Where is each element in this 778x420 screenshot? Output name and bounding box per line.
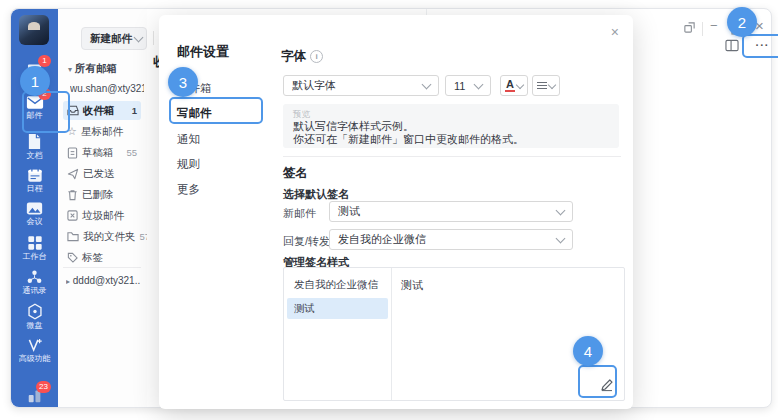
chevron-down-icon [556,205,566,215]
star-icon: ☆ [67,126,77,137]
reply-forward-signature-select[interactable]: 发自我的企业微信 [329,229,573,250]
folder-label: 标签 [82,251,103,265]
sparkle-icon [26,337,43,353]
rail-item-label: 邮件 [11,111,58,121]
new-mail-signature-select[interactable]: 测试 [329,201,573,222]
settings-nav-notifications[interactable]: 通知 [177,132,200,147]
rail-item-docs[interactable]: 文档 [11,133,58,161]
folder-label: 收件箱 [83,104,115,118]
modal-title: 邮件设置 [177,43,229,61]
inbox-icon [67,105,79,116]
list-format-button[interactable] [532,75,560,96]
rail-item-workbench[interactable]: 工作台 [11,235,58,262]
rail-item-contacts[interactable]: 通讯录 [11,269,58,296]
folder-row-deleted[interactable]: 已删除 [63,185,141,204]
chevron-down-icon [516,80,524,88]
annotation-step-2: 2 [727,7,757,37]
rail-item-meeting[interactable]: 会议 [11,201,58,227]
account-row-2[interactable]: ▸ dddd@xty321.... [66,275,140,286]
popout-icon[interactable] [683,20,696,38]
rail-item-stats[interactable]: 23 [11,387,58,404]
rail-item-label: 微盘 [11,321,58,331]
folder-count: 1 [132,105,137,116]
folder-row-drafts[interactable]: 草稿箱 55 [63,143,141,162]
signature-preview-text: 测试 [401,278,423,293]
chevron-down-icon [556,233,566,243]
account-row-1[interactable]: wu.shan@xty321.... [70,83,144,94]
rail-item-advanced[interactable]: 高级功能 [11,337,58,364]
rail-item-label: 会议 [11,217,58,227]
settings-nav-more[interactable]: 更多 [177,182,200,197]
folder-icon [67,231,79,242]
reading-pane-icon[interactable] [725,38,739,56]
draft-icon [67,147,78,159]
rail-item-calendar[interactable]: 日程 [11,167,58,194]
font-family-select[interactable]: 默认字体 [283,75,439,96]
folder-row-inbox[interactable]: 收件箱 1 [63,101,141,120]
drive-icon [27,303,43,320]
signature-list: 发自我的企业微信 测试 [284,268,392,400]
modal-close-icon[interactable]: × [611,25,619,39]
more-options-button[interactable]: ··· [744,37,778,52]
settings-nav-rules[interactable]: 规则 [177,157,200,172]
rail-item-label: 日程 [11,184,58,194]
minimize-button[interactable]: − [710,19,718,33]
folder-row-myfolders[interactable]: 我的文件夹 572 [63,227,141,246]
rail-item-label: 高级功能 [11,354,58,364]
chevron-down-icon [134,32,144,42]
font-color-button[interactable]: A [500,75,528,96]
junk-icon [67,210,78,221]
signature-manager-box: 发自我的企业微信 测试 测试 [283,267,625,401]
meeting-icon [26,201,43,216]
rail-item-label: 文档 [11,151,58,161]
folder-row-starred[interactable]: ☆ 星标邮件 [63,122,141,141]
folder-label: 已发送 [83,167,115,181]
folder-label: 垃圾邮件 [82,209,124,223]
stats-badge: 23 [36,381,51,393]
divider [63,267,141,268]
edit-signature-button[interactable] [595,375,619,395]
rail-item-mail[interactable]: 邮件 2 [11,95,58,121]
folder-row-junk[interactable]: 垃圾邮件 [63,206,141,225]
folder-row-sent[interactable]: 已发送 [63,164,141,183]
divider [283,156,621,157]
chevron-down-icon [548,80,556,88]
settings-nav-compose[interactable]: 写邮件 [177,106,212,121]
titlebar-separator [702,22,703,36]
compose-label: 新建邮件 [90,32,132,46]
chat-unread-badge: 1 [38,55,51,67]
sent-icon [67,168,79,180]
trash-icon [67,189,78,201]
folder-label: 星标邮件 [81,125,123,139]
folder-row-tags[interactable]: 标签 [63,248,141,267]
font-heading: 字体i [281,48,323,65]
chevron-down-icon [474,79,484,89]
doc-icon [27,133,42,150]
signature-item-selected[interactable]: 测试 [287,298,388,319]
font-preview-box: 预览 默认写信字体样式示例。 你还可在「新建邮件」窗口中更改邮件的格式。 [283,104,619,148]
font-size-select[interactable]: 11 [445,75,491,96]
folder-group-all[interactable]: ▾ 所有邮箱 [68,62,117,76]
folder-label: 已删除 [82,188,114,202]
annotation-step-3: 3 [168,67,198,97]
contacts-icon [26,269,43,285]
pencil-icon [600,378,614,392]
app-window: 1 邮件 2 文档 日程 会议 工作台 [10,8,772,408]
choose-default-signature-heading: 选择默认签名 [283,187,349,202]
reply-forward-label: 回复/转发 [283,234,330,249]
signature-item[interactable]: 发自我的企业微信 [287,274,388,295]
compose-button[interactable]: 新建邮件 [81,27,147,50]
toolbar-separator [153,31,154,45]
new-mail-label: 新邮件 [283,206,316,221]
preview-line-2: 你还可在「新建邮件」窗口中更改邮件的格式。 [293,132,524,147]
folder-panel: ▾ 所有邮箱 wu.shan@xty321.... 收件箱 1 ☆ 星标邮件 草… [58,9,148,407]
workbench-icon [27,235,43,251]
rail-item-label: 工作台 [11,252,58,262]
avatar[interactable] [19,15,49,45]
rail-item-label: 通讯录 [11,286,58,296]
rail-item-drive[interactable]: 微盘 [11,303,58,331]
screenshot-root: 1 邮件 2 文档 日程 会议 工作台 [0,0,778,420]
tag-icon [67,252,78,263]
caret-down-icon: ▾ [68,65,72,74]
folder-count: 55 [126,147,137,158]
